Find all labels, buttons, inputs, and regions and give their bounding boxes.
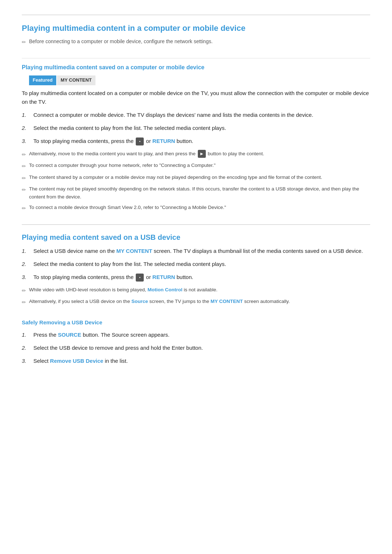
pencil-icon: ✏ <box>22 186 26 194</box>
note-3: ✏ The content shared by a computer or a … <box>22 173 370 182</box>
section1-step-1: 1. Connect a computer or mobile device. … <box>22 111 370 119</box>
note-1: ✏ Alternatively, move to the media conte… <box>22 150 370 159</box>
pencil-icon: ✏ <box>22 174 26 182</box>
step-num: 2. <box>22 260 29 268</box>
note-text: Alternatively, if you select a USB devic… <box>29 297 290 305</box>
my-content-highlight2: MY CONTENT <box>211 299 243 304</box>
featured-label: Featured <box>29 75 56 85</box>
featured-bar: Featured MY CONTENT <box>22 75 370 85</box>
section3: Safely Removing a USB Device 1. Press th… <box>22 318 370 365</box>
section1-notes: ✏ Alternatively, move to the media conte… <box>22 150 370 213</box>
section2: Playing media content saved on a USB dev… <box>22 224 370 307</box>
pencil-icon: ✏ <box>22 151 26 159</box>
section3-step-3: 3. Select Remove USB Device in the list. <box>22 357 370 365</box>
step-content: Select the media content to play from th… <box>33 260 370 268</box>
section2-title: Playing media content saved on a USB dev… <box>22 224 370 243</box>
pencil-icon: ✏ <box>22 38 26 46</box>
section2-steps: 1. Select a USB device name on the MY CO… <box>22 247 370 282</box>
play-button-icon: ▶ <box>198 150 206 158</box>
section1: Playing multimedia content saved on a co… <box>22 58 370 213</box>
section3-title: Safely Removing a USB Device <box>22 318 370 327</box>
stop-button-icon: ▪ <box>136 274 144 282</box>
step-num: 1. <box>22 331 29 339</box>
note-4: ✏ The content may not be played smoothly… <box>22 185 370 201</box>
section2-notes: ✏ While video with UHD-level resolution … <box>22 286 370 307</box>
section2-step-3: 3. To stop playing media contents, press… <box>22 273 370 282</box>
note-text: The content may not be played smoothly d… <box>29 185 370 201</box>
step-num: 3. <box>22 357 29 365</box>
intro-note: ✏ Before connecting to a computer or mob… <box>22 37 370 46</box>
step-content: Select the media content to play from th… <box>33 124 370 132</box>
source-highlight: SOURCE <box>58 332 81 338</box>
pencil-icon: ✏ <box>22 204 26 212</box>
step-content: Select the USB device to remove and pres… <box>33 344 370 352</box>
step-num: 1. <box>22 247 29 255</box>
step-content: Select a USB device name on the MY CONTE… <box>33 247 370 255</box>
step-content: Select Remove USB Device in the list. <box>33 357 370 365</box>
step-content: Connect a computer or mobile device. The… <box>33 111 370 119</box>
step-num: 3. <box>22 137 29 145</box>
section2-step-2: 2. Select the media content to play from… <box>22 260 370 268</box>
my-content-label: MY CONTENT <box>57 75 95 85</box>
note-1: ✏ While video with UHD-level resolution … <box>22 286 370 295</box>
remove-usb-highlight: Remove USB Device <box>50 358 103 364</box>
pencil-icon: ✏ <box>22 298 26 306</box>
source-highlight: Source <box>131 299 148 304</box>
note-text: To connect a computer through your home … <box>29 161 216 169</box>
pencil-icon: ✏ <box>22 287 26 295</box>
return-highlight: RETURN <box>152 138 175 144</box>
step-num: 3. <box>22 273 29 282</box>
step-num: 2. <box>22 344 29 352</box>
note-text: To connect a mobile device through Smart… <box>29 204 226 212</box>
note-2: ✏ Alternatively, if you select a USB dev… <box>22 297 370 306</box>
stop-button-icon: ▪ <box>136 138 144 145</box>
section3-step-1: 1. Press the SOURCE button. The Source s… <box>22 331 370 339</box>
return-highlight: RETURN <box>152 274 175 280</box>
step-content: Press the SOURCE button. The Source scre… <box>33 331 370 339</box>
note-2: ✏ To connect a computer through your hom… <box>22 161 370 170</box>
section3-steps: 1. Press the SOURCE button. The Source s… <box>22 331 370 365</box>
note-text: The content shared by a computer or a mo… <box>29 173 322 181</box>
section2-step-1: 1. Select a USB device name on the MY CO… <box>22 247 370 255</box>
step-content: To stop playing media contents, press th… <box>33 273 370 282</box>
section3-step-2: 2. Select the USB device to remove and p… <box>22 344 370 352</box>
step-num: 2. <box>22 124 29 132</box>
motion-control-highlight: Motion Control <box>147 287 182 292</box>
pencil-icon: ✏ <box>22 162 26 170</box>
step-num: 1. <box>22 111 29 119</box>
section1-step-3: 3. To stop playing media contents, press… <box>22 137 370 145</box>
section1-step-2: 2. Select the media content to play from… <box>22 124 370 132</box>
my-content-highlight: MY CONTENT <box>116 248 152 254</box>
intro-note-text: Before connecting to a computer or mobil… <box>29 37 213 45</box>
note-5: ✏ To connect a mobile device through Sma… <box>22 204 370 212</box>
section1-title: Playing multimedia content saved on a co… <box>22 58 370 72</box>
note-text: Alternatively, move to the media content… <box>29 150 264 158</box>
note-text: While video with UHD-level resolution is… <box>29 286 217 294</box>
section1-steps: 1. Connect a computer or mobile device. … <box>22 111 370 145</box>
section1-intro: To play multimedia content located on a … <box>22 89 370 106</box>
page-title: Playing multimedia content in a computer… <box>22 15 370 34</box>
step-content: To stop playing media contents, press th… <box>33 137 370 145</box>
